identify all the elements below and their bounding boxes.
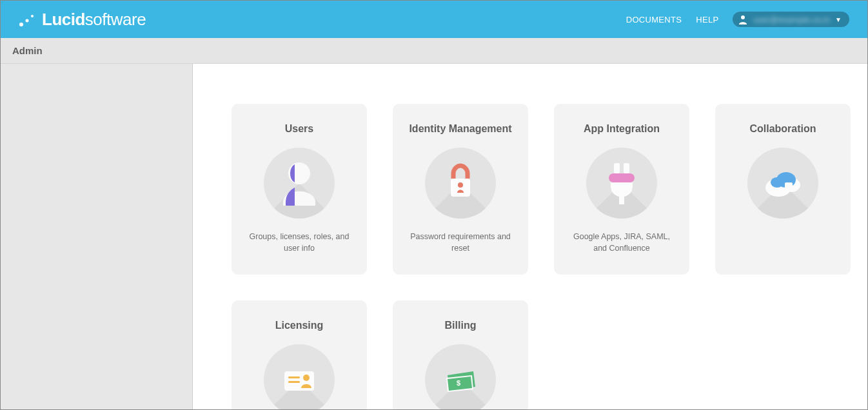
- brand-logo[interactable]: Lucidsoftware: [19, 10, 146, 30]
- user-menu[interactable]: user@example.co.in ▼: [733, 12, 849, 27]
- cloud-lock-icon: [747, 148, 818, 219]
- lock-icon: [425, 148, 496, 219]
- svg-point-19: [303, 375, 310, 381]
- svg-rect-7: [614, 163, 620, 173]
- card-title: Collaboration: [749, 123, 816, 135]
- main-layout: Users Groups, licenses, roles, and user …: [1, 64, 867, 410]
- card-collaboration[interactable]: Collaboration: [715, 104, 851, 275]
- card-identity-management[interactable]: Identity Management Password requirement…: [393, 104, 528, 275]
- svg-text:$: $: [457, 379, 460, 387]
- page-title: Admin: [12, 45, 43, 56]
- svg-rect-8: [624, 163, 629, 173]
- nav-help[interactable]: HELP: [696, 15, 718, 24]
- card-billing[interactable]: Billing $: [393, 300, 528, 410]
- main-header: Lucidsoftware DOCUMENTS HELP user@exampl…: [1, 1, 867, 38]
- card-desc: Password requirements and reset: [406, 231, 515, 254]
- id-card-icon: [264, 344, 335, 410]
- header-nav: DOCUMENTS HELP user@example.co.in ▼: [626, 12, 849, 27]
- svg-point-1: [26, 19, 29, 23]
- card-title: App Integration: [584, 123, 660, 135]
- card-users[interactable]: Users Groups, licenses, roles, and user …: [232, 104, 367, 275]
- chevron-down-icon: ▼: [835, 16, 842, 23]
- svg-point-0: [19, 23, 23, 26]
- money-icon: $: [425, 344, 496, 410]
- card-title: Users: [285, 123, 313, 135]
- card-title: Billing: [445, 320, 477, 331]
- card-title: Identity Management: [409, 123, 511, 135]
- svg-point-2: [31, 15, 34, 17]
- brand-text: Lucidsoftware: [42, 10, 146, 30]
- subheader: Admin: [1, 38, 867, 64]
- svg-rect-17: [288, 376, 300, 378]
- nav-documents[interactable]: DOCUMENTS: [626, 15, 682, 24]
- sidebar: [1, 64, 193, 410]
- card-desc: Google Apps, JIRA, SAML, and Confluence: [567, 231, 676, 254]
- admin-card-grid: Users Groups, licenses, roles, and user …: [232, 104, 867, 410]
- svg-point-3: [741, 15, 745, 19]
- user-avatar-icon: [738, 14, 748, 24]
- plug-icon: [586, 148, 657, 219]
- svg-rect-15: [785, 182, 793, 190]
- card-desc: Groups, licenses, roles, and user info: [244, 231, 354, 254]
- svg-rect-10: [619, 197, 624, 204]
- svg-point-14: [771, 177, 784, 188]
- svg-point-6: [458, 182, 463, 188]
- card-licensing[interactable]: Licensing: [232, 300, 367, 410]
- card-title: Licensing: [275, 320, 324, 331]
- svg-rect-18: [288, 381, 300, 383]
- user-email: user@example.co.in: [753, 15, 830, 24]
- card-app-integration[interactable]: App Integration Google Apps, JIRA, SAML,…: [554, 104, 689, 275]
- svg-rect-9: [609, 173, 635, 182]
- users-icon: [264, 148, 335, 219]
- content-area: Users Groups, licenses, roles, and user …: [193, 64, 867, 410]
- logo-dots-icon: [19, 12, 35, 27]
